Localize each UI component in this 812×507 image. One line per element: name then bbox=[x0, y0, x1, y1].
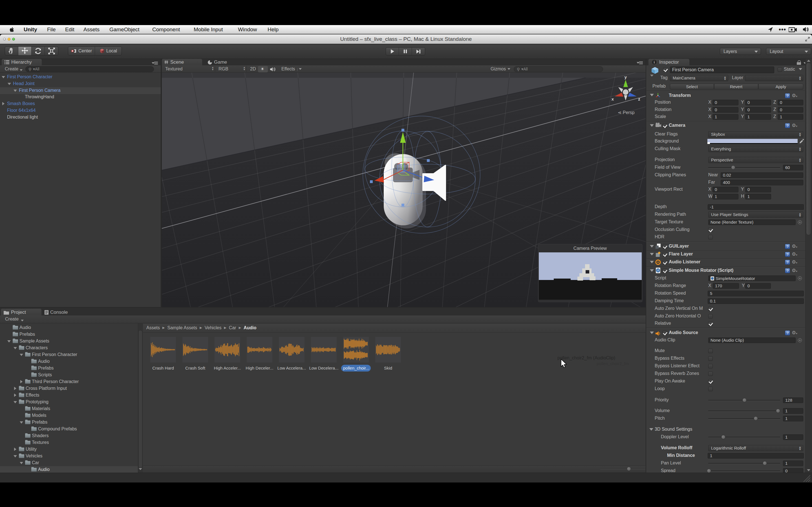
svg-text:#: # bbox=[657, 269, 659, 272]
svg-text:Camera Preview: Camera Preview bbox=[573, 246, 607, 251]
svg-text:y: y bbox=[624, 75, 627, 79]
svg-text:⋖ Persp: ⋖ Persp bbox=[618, 110, 635, 115]
svg-text:x: x bbox=[612, 97, 614, 101]
svg-text:z: z bbox=[638, 97, 640, 101]
